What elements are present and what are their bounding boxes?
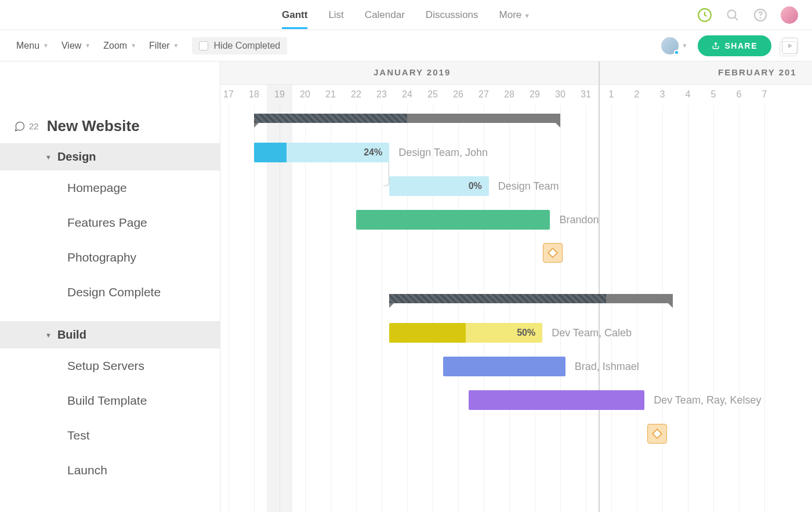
task-row[interactable]: Test (0, 418, 220, 453)
top-nav: Gantt List Calendar Discussions More▼ (0, 0, 812, 30)
task-bar[interactable]: 24%Design Team, John (254, 143, 389, 162)
share-button[interactable]: SHARE (698, 35, 771, 56)
clock-icon[interactable] (697, 8, 712, 23)
task-bar[interactable]: 50%Dev Team, Caleb (389, 323, 542, 343)
view-dropdown[interactable]: View▼ (61, 41, 90, 51)
progress-label: 50% (517, 328, 535, 338)
task-bar[interactable]: Brandon (356, 210, 550, 230)
milestone-marker[interactable] (543, 243, 563, 263)
task-bar[interactable]: Dev Team, Ray, Kelsey (469, 390, 645, 410)
filter-dropdown[interactable]: Filter▼ (149, 41, 179, 51)
menu-dropdown[interactable]: Menu▼ (16, 41, 49, 51)
task-row[interactable]: Homepage (0, 170, 220, 205)
toolbar: Menu▼ View▼ Zoom▼ Filter▼ Hide Completed… (0, 30, 812, 61)
day-column: 4 (675, 85, 701, 106)
month-label-2: FEBRUARY 201 (718, 67, 797, 77)
month-divider (599, 61, 600, 512)
day-column: 1 (599, 85, 624, 106)
assignee-label: Design Team, John (398, 147, 488, 159)
assignee-label: Design Team (498, 180, 559, 193)
month-header: JANUARY 2019 FEBRUARY 201 (220, 61, 812, 85)
task-sidebar: 22 New Website ▼DesignHomepageFeatures P… (0, 61, 220, 512)
play-button[interactable] (782, 38, 798, 54)
tab-discussions[interactable]: Discussions (426, 1, 478, 29)
view-tabs: Gantt List Calendar Discussions More▼ (282, 1, 530, 29)
day-column: 30 (548, 85, 573, 106)
svg-rect-4 (548, 248, 557, 257)
task-row[interactable]: Design Complete (0, 275, 220, 310)
user-avatar[interactable] (781, 6, 798, 24)
task-bar[interactable]: Brad, Ishmael (443, 357, 566, 376)
day-column: 26 (445, 85, 471, 106)
chevron-down-icon: ▼ (130, 42, 136, 49)
tab-list[interactable]: List (328, 1, 343, 29)
chevron-down-icon: ▼ (682, 42, 688, 49)
hide-completed-toggle[interactable]: Hide Completed (192, 37, 288, 55)
group-row[interactable]: ▼Build (0, 321, 220, 348)
project-header: 22 New Website (0, 106, 220, 143)
day-column: 22 (343, 85, 369, 106)
group-row[interactable]: ▼Design (0, 143, 220, 170)
day-column: 25 (420, 85, 445, 106)
collaborator-dropdown[interactable]: ▼ (661, 37, 688, 55)
day-column: 7 (752, 85, 777, 106)
day-column: 29 (522, 85, 548, 106)
checkbox-icon[interactable] (199, 41, 208, 50)
milestone-marker[interactable] (647, 424, 667, 444)
svg-rect-5 (652, 429, 662, 438)
group-name: Build (57, 328, 86, 342)
summary-bar[interactable] (389, 294, 672, 303)
progress-label: 24% (364, 147, 382, 158)
svg-point-3 (760, 17, 761, 18)
share-icon (712, 42, 720, 50)
day-column: 21 (318, 85, 343, 106)
task-row[interactable]: Setup Servers (0, 348, 220, 383)
chevron-down-icon: ▼ (524, 12, 530, 19)
assignee-label: Brad, Ishmael (575, 361, 639, 373)
hide-completed-label: Hide Completed (214, 41, 281, 51)
task-row[interactable]: Features Page (0, 205, 220, 240)
task-bar[interactable]: 0%Design Team (389, 176, 489, 196)
assignee-label: Brandon (559, 214, 599, 226)
day-column: 31 (573, 85, 599, 106)
day-column: 5 (701, 85, 726, 106)
progress-label: 0% (469, 181, 482, 191)
day-column: 3 (650, 85, 675, 106)
chevron-down-icon: ▼ (173, 42, 179, 49)
task-row[interactable]: Photography (0, 240, 220, 275)
chevron-down-icon: ▼ (85, 42, 90, 49)
day-column: 17 (220, 85, 241, 106)
comment-count[interactable]: 22 (14, 121, 39, 132)
group-name: Design (57, 150, 96, 164)
help-icon[interactable] (753, 8, 768, 23)
chevron-down-icon: ▼ (43, 42, 49, 49)
tab-calendar[interactable]: Calendar (365, 1, 405, 29)
chevron-down-icon: ▼ (45, 154, 52, 161)
day-column: 23 (369, 85, 394, 106)
tab-gantt[interactable]: Gantt (282, 1, 307, 29)
main-content: 22 New Website ▼DesignHomepageFeatures P… (0, 61, 812, 512)
task-row[interactable]: Launch (0, 453, 220, 488)
month-label-1: JANUARY 2019 (374, 67, 451, 77)
zoom-dropdown[interactable]: Zoom▼ (103, 41, 136, 51)
day-column: 6 (726, 85, 752, 106)
chevron-down-icon: ▼ (45, 332, 52, 339)
task-row[interactable]: Build Template (0, 383, 220, 418)
svg-point-1 (728, 10, 736, 18)
summary-bar[interactable] (254, 114, 560, 123)
gantt-chart[interactable]: JANUARY 2019 FEBRUARY 201 17181920212223… (220, 61, 812, 512)
day-column: 27 (471, 85, 496, 106)
tab-more[interactable]: More▼ (499, 1, 531, 29)
assignee-label: Dev Team, Caleb (552, 327, 632, 339)
day-header: 1718192021222324252627282930311234567 (220, 85, 812, 106)
search-icon[interactable] (725, 8, 740, 23)
day-column: 28 (496, 85, 522, 106)
gantt-body: 24%Design Team, John0%Design TeamBrandon… (220, 106, 812, 512)
project-title[interactable]: New Website (47, 117, 140, 135)
comment-icon (14, 121, 26, 132)
day-column: 20 (292, 85, 318, 106)
day-column: 2 (624, 85, 650, 106)
assignee-label: Dev Team, Ray, Kelsey (654, 394, 761, 406)
day-column: 24 (394, 85, 420, 106)
day-column: 18 (241, 85, 267, 106)
